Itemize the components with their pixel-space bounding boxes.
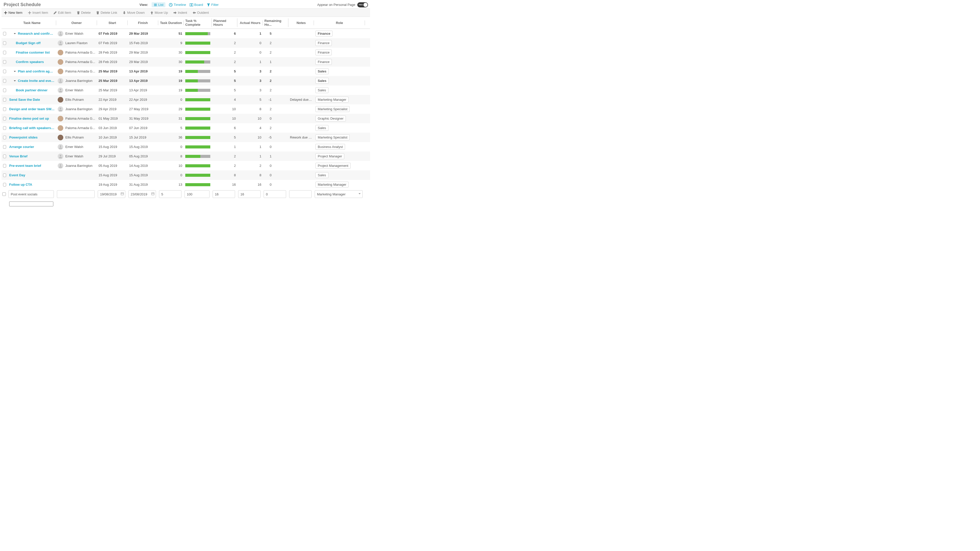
- row-checkbox[interactable]: [3, 79, 6, 83]
- extra-input[interactable]: [9, 202, 53, 206]
- row-checkbox[interactable]: [2, 192, 6, 196]
- task-name-link[interactable]: Briefing call with speakers and pa...: [9, 126, 55, 130]
- role-badge[interactable]: Finance: [315, 59, 332, 65]
- row-checkbox[interactable]: [3, 173, 6, 177]
- new-planned-input[interactable]: [213, 190, 235, 198]
- col-duration[interactable]: Task Duration: [158, 19, 184, 27]
- start-date: 07 Feb 2019: [97, 40, 127, 46]
- role-badge[interactable]: Project Manager: [315, 153, 344, 159]
- view-board-button[interactable]: Board: [189, 3, 203, 6]
- task-name-link[interactable]: Arrange courier: [9, 145, 34, 149]
- svg-rect-2: [192, 3, 193, 6]
- row-checkbox[interactable]: [3, 41, 6, 45]
- avatar: [58, 144, 63, 150]
- new-actual-input[interactable]: [238, 190, 261, 198]
- task-name-link[interactable]: Book partner dinner: [16, 88, 48, 92]
- personal-page-toggle[interactable]: YES: [357, 2, 368, 7]
- col-start[interactable]: Start: [97, 19, 127, 27]
- view-filter-button[interactable]: Filter: [207, 3, 219, 6]
- chevron-down-icon[interactable]: [13, 70, 16, 73]
- task-name-link[interactable]: Send Save the Date: [9, 98, 40, 102]
- task-name-link[interactable]: Plan and confirm agenda: [18, 69, 55, 73]
- row-checkbox[interactable]: [3, 51, 6, 54]
- new-pct-input[interactable]: [185, 190, 210, 198]
- planned-hours: 2: [212, 59, 237, 65]
- row-checkbox[interactable]: [3, 70, 6, 73]
- delete-link-button[interactable]: Delete Link: [96, 11, 117, 14]
- row-checkbox[interactable]: [3, 32, 6, 35]
- role-badge[interactable]: Project Management: [315, 163, 351, 168]
- role-badge[interactable]: Marketing Manager: [315, 182, 348, 187]
- row-checkbox[interactable]: [3, 107, 6, 111]
- role-badge[interactable]: Sales: [315, 87, 328, 93]
- task-name-link[interactable]: Create Invite and event landi...: [18, 79, 55, 83]
- task-name-link[interactable]: Pre-event team brief: [9, 164, 41, 168]
- new-item-button[interactable]: New Item: [4, 11, 22, 14]
- task-name-link[interactable]: Finalise customer list: [16, 51, 50, 54]
- view-list-button[interactable]: List: [151, 2, 165, 7]
- task-name-link[interactable]: Budget Sign off: [16, 41, 41, 45]
- col-planned[interactable]: Planned Hours: [212, 17, 237, 29]
- new-start-input[interactable]: [98, 190, 125, 198]
- role-badge[interactable]: Graphic Designer: [315, 116, 346, 121]
- insert-item-button[interactable]: Insert Item: [28, 11, 48, 14]
- new-owner-input[interactable]: [57, 190, 95, 198]
- chevron-down-icon[interactable]: [13, 79, 16, 83]
- role-badge[interactable]: Sales: [315, 172, 328, 178]
- col-owner[interactable]: Owner: [56, 19, 97, 27]
- task-name-link[interactable]: Confirm speakers: [16, 60, 44, 64]
- new-entry-row: Marketing Manager: [2, 189, 370, 199]
- role-badge[interactable]: Marketing Manager: [315, 97, 348, 103]
- row-checkbox[interactable]: [3, 89, 6, 92]
- move-down-button[interactable]: Move Down: [123, 11, 145, 14]
- row-checkbox[interactable]: [3, 164, 6, 168]
- col-role[interactable]: Role: [314, 19, 365, 27]
- delete-button[interactable]: Delete: [77, 11, 91, 14]
- row-checkbox[interactable]: [3, 117, 6, 121]
- row-checkbox[interactable]: [3, 60, 6, 64]
- new-notes-input[interactable]: [289, 190, 312, 198]
- new-task-name-input[interactable]: [8, 190, 54, 198]
- col-finish[interactable]: Finish: [127, 19, 158, 27]
- new-remaining-input[interactable]: [264, 190, 286, 198]
- task-name-link[interactable]: Powerpoint slides: [9, 135, 38, 139]
- view-timeline-button[interactable]: Timeline: [169, 3, 186, 6]
- row-checkbox[interactable]: [3, 183, 6, 186]
- new-duration-input[interactable]: [159, 190, 181, 198]
- actual-hours: 3: [237, 68, 263, 75]
- new-finish-input[interactable]: [128, 190, 156, 198]
- row-checkbox[interactable]: [3, 155, 6, 158]
- task-name-link[interactable]: Event Day: [9, 173, 25, 177]
- col-pct[interactable]: Task % Complete: [184, 17, 212, 29]
- role-badge[interactable]: Finance: [315, 40, 332, 46]
- col-actual[interactable]: Actual Hours: [237, 19, 263, 27]
- task-name-link[interactable]: Venue Brief: [9, 154, 27, 158]
- edit-item-button[interactable]: Edit Item: [54, 11, 71, 14]
- task-name-link[interactable]: Research and confirm venue: [18, 32, 55, 35]
- new-role-select[interactable]: Marketing Manager: [315, 190, 363, 198]
- col-remaining[interactable]: Remaining Ho...: [263, 17, 288, 29]
- role-badge[interactable]: Business Analyst: [315, 144, 345, 150]
- role-badge[interactable]: Finance: [315, 30, 332, 37]
- actual-hours: 8: [237, 171, 263, 179]
- role-badge[interactable]: Sales: [315, 125, 328, 131]
- task-name-link[interactable]: Follow up CTA: [9, 183, 32, 186]
- row-checkbox[interactable]: [3, 98, 6, 102]
- indent-button[interactable]: Indent: [173, 11, 187, 14]
- role-badge[interactable]: Sales: [315, 68, 329, 74]
- chevron-down-icon[interactable]: [13, 32, 16, 35]
- avatar: [58, 68, 63, 74]
- outdent-button[interactable]: Outdent: [192, 11, 209, 14]
- row-checkbox[interactable]: [3, 145, 6, 149]
- row-checkbox[interactable]: [3, 126, 6, 130]
- col-task-name[interactable]: Task Name: [8, 19, 56, 27]
- role-badge[interactable]: Sales: [315, 78, 329, 84]
- role-badge[interactable]: Marketing Specialist: [315, 135, 350, 140]
- role-badge[interactable]: Marketing Specialist: [315, 106, 350, 112]
- task-name-link[interactable]: Finalise demo pod set up: [9, 117, 49, 121]
- task-name-link[interactable]: Design and order team SWAG: [9, 107, 55, 111]
- move-up-button[interactable]: Move Up: [150, 11, 168, 14]
- row-checkbox[interactable]: [3, 136, 6, 139]
- role-badge[interactable]: Finance: [315, 49, 332, 56]
- col-notes[interactable]: Notes: [288, 19, 314, 27]
